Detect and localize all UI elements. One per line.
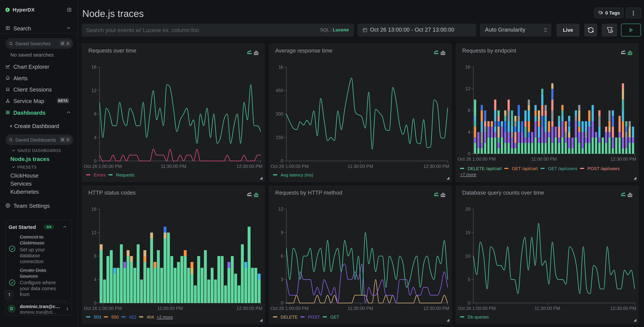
svg-text:12:30:00 PM: 12:30:00 PM: [236, 164, 262, 169]
svg-text:Oct 26 1:00:00 PM: Oct 26 1:00:00 PM: [271, 306, 309, 311]
svg-text:503: 503: [94, 314, 101, 320]
svg-text:1k: 1k: [278, 64, 283, 70]
svg-text:POST /api/users: POST /api/users: [588, 166, 620, 171]
svg-text:20: 20: [465, 206, 470, 212]
svg-text:Avg latency (ms): Avg latency (ms): [280, 172, 313, 178]
svg-text:8: 8: [94, 254, 96, 258]
svg-text:0: 0: [468, 151, 470, 156]
svg-text:450: 450: [276, 88, 283, 93]
svg-text:12: 12: [92, 230, 96, 235]
svg-text:GET: GET: [330, 314, 340, 320]
svg-text:Db queries: Db queries: [468, 314, 489, 320]
svg-text:Oct 26 1:00:00 PM: Oct 26 1:00:00 PM: [84, 306, 122, 311]
svg-text:0: 0: [281, 158, 283, 164]
svg-text:12:30:00 PM: 12:30:00 PM: [236, 306, 262, 311]
svg-text:11:30:00 PM: 11:30:00 PM: [534, 306, 560, 311]
svg-text:Average response time: Average response time: [275, 48, 332, 54]
svg-text:12: 12: [92, 88, 96, 93]
svg-text:10: 10: [465, 254, 470, 258]
svg-text:HTTP status codes: HTTP status codes: [88, 190, 136, 196]
svg-text:Oct 26 1:00:00 PM: Oct 26 1:00:00 PM: [458, 156, 496, 162]
svg-text:0: 0: [468, 300, 470, 306]
svg-text:+2 more: +2 more: [156, 314, 173, 320]
svg-text:POST: POST: [308, 314, 320, 320]
svg-text:5: 5: [468, 277, 470, 282]
svg-text:DELETE /api/cart: DELETE /api/cart: [468, 166, 502, 171]
svg-text:9: 9: [281, 230, 283, 235]
svg-text:16: 16: [465, 64, 470, 70]
svg-text:GET /api/cart: GET /api/cart: [512, 166, 538, 171]
svg-text:Requests by HTTP method: Requests by HTTP method: [275, 190, 342, 196]
svg-text:Errors: Errors: [94, 172, 106, 178]
svg-text:4: 4: [94, 135, 96, 140]
svg-text:GET /api/users: GET /api/users: [548, 166, 577, 171]
svg-text:0: 0: [281, 300, 283, 306]
svg-text:3: 3: [281, 277, 283, 282]
svg-text:Requests by endpoint: Requests by endpoint: [462, 48, 516, 54]
svg-text:0: 0: [94, 158, 96, 164]
svg-text:4: 4: [468, 130, 470, 134]
svg-text:6: 6: [281, 254, 283, 258]
svg-text:12: 12: [278, 206, 283, 212]
svg-text:16: 16: [92, 206, 96, 212]
svg-text:8: 8: [468, 108, 470, 113]
svg-text:+7 more: +7 more: [460, 172, 476, 177]
svg-text:0: 0: [94, 300, 96, 306]
svg-text:Oct 26 1:00:00 PM: Oct 26 1:00:00 PM: [458, 306, 496, 311]
svg-text:4: 4: [94, 277, 96, 282]
svg-text:11:30:00 PM: 11:30:00 PM: [348, 306, 373, 311]
svg-text:404: 404: [147, 314, 154, 320]
svg-text:422: 422: [129, 314, 136, 320]
svg-text:16: 16: [92, 64, 96, 70]
svg-text:12: 12: [465, 86, 470, 91]
svg-text:11:30:00 PM: 11:30:00 PM: [161, 164, 186, 169]
svg-text:Oct 26 1:00:00 PM: Oct 26 1:00:00 PM: [271, 164, 309, 169]
svg-text:DELETE: DELETE: [280, 314, 298, 320]
svg-text:12:30:00 PM: 12:30:00 PM: [423, 306, 449, 311]
svg-text:15: 15: [465, 230, 470, 235]
svg-text:11:30:00 PM: 11:30:00 PM: [348, 164, 373, 169]
svg-text:11:00:00 PM: 11:00:00 PM: [157, 306, 183, 311]
svg-text:Requests over time: Requests over time: [88, 48, 136, 54]
svg-text:Database query counts over tim: Database query counts over time: [462, 190, 544, 196]
svg-text:Oct 26 1:00:00 PM: Oct 26 1:00:00 PM: [84, 164, 122, 169]
svg-text:Requests: Requests: [116, 172, 135, 178]
svg-text:300: 300: [276, 112, 283, 116]
svg-text:500: 500: [111, 314, 118, 320]
svg-text:150: 150: [276, 135, 283, 140]
svg-text:12:30:00 PM: 12:30:00 PM: [610, 156, 636, 162]
svg-text:12:30:00 PM: 12:30:00 PM: [423, 164, 449, 169]
svg-text:8: 8: [94, 112, 96, 116]
svg-text:12:30:00 PM: 12:30:00 PM: [610, 306, 636, 311]
svg-text:11:00:00 PM: 11:00:00 PM: [531, 156, 557, 162]
